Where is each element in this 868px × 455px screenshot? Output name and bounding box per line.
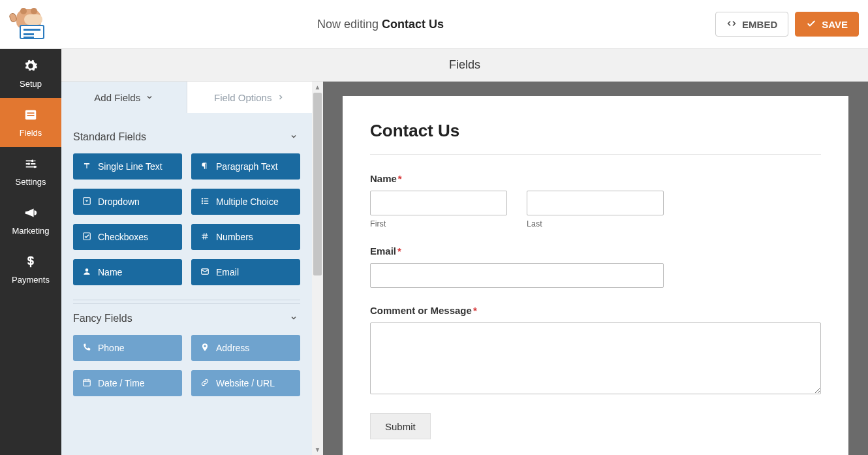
svg-rect-16 xyxy=(84,379,91,385)
editing-prefix: Now editing xyxy=(317,18,382,31)
nav-payments-label: Payments xyxy=(12,275,50,285)
tab-field-options[interactable]: Field Options xyxy=(187,82,313,113)
field-name[interactable]: Name xyxy=(73,259,182,285)
form-field-email[interactable]: Email* xyxy=(370,245,821,288)
field-email[interactable]: Email xyxy=(191,259,300,285)
first-name-input[interactable] xyxy=(370,191,507,215)
field-label: Website / URL xyxy=(216,378,275,388)
name-label: Name* xyxy=(370,173,821,184)
form-field-name[interactable]: Name* First Last xyxy=(370,173,821,228)
svg-rect-12 xyxy=(204,202,208,203)
svg-point-9 xyxy=(202,200,203,201)
email-input[interactable] xyxy=(370,263,664,288)
last-sublabel: Last xyxy=(527,219,664,228)
group-standard-heading[interactable]: Standard Fields xyxy=(73,126,300,153)
paragraph-icon xyxy=(200,161,209,172)
editing-form-name: Contact Us xyxy=(382,18,444,31)
form-card: Contact Us Name* First Last xyxy=(343,96,848,455)
svg-point-4 xyxy=(27,163,30,165)
nav-marketing[interactable]: Marketing xyxy=(0,196,61,245)
map-pin-icon xyxy=(200,343,209,354)
svg-rect-8 xyxy=(204,198,208,198)
submit-button[interactable]: Submit xyxy=(370,413,431,439)
field-single-line-text[interactable]: Single Line Text xyxy=(73,153,182,180)
form-icon xyxy=(23,108,38,124)
field-label: Single Line Text xyxy=(98,161,163,172)
field-dropdown[interactable]: Dropdown xyxy=(73,189,182,215)
tab-add-label: Add Fields xyxy=(94,92,140,103)
phone-icon xyxy=(82,343,91,354)
field-label: Email xyxy=(216,267,239,277)
save-button[interactable]: SAVE xyxy=(795,12,859,37)
field-website-url[interactable]: Website / URL xyxy=(191,370,300,396)
required-mark: * xyxy=(473,305,477,316)
svg-rect-1 xyxy=(27,112,35,114)
svg-point-3 xyxy=(31,159,34,162)
svg-rect-2 xyxy=(27,115,35,116)
required-mark: * xyxy=(397,245,401,257)
save-label: SAVE xyxy=(822,19,848,30)
group-fancy-grid: Phone Address Date / Time Website / URL xyxy=(73,335,300,411)
field-label: Address xyxy=(216,343,249,353)
nav-settings-label: Settings xyxy=(16,177,46,187)
link-icon xyxy=(200,378,209,389)
user-icon xyxy=(82,267,91,278)
svg-point-14 xyxy=(85,268,89,272)
code-icon xyxy=(726,18,737,31)
last-name-input[interactable] xyxy=(527,191,664,215)
group-fancy-heading[interactable]: Fancy Fields xyxy=(73,303,300,335)
envelope-icon xyxy=(200,267,209,278)
nav-marketing-label: Marketing xyxy=(12,226,49,236)
field-phone[interactable]: Phone xyxy=(73,335,182,361)
nav-fields[interactable]: Fields xyxy=(0,98,61,147)
fields-panel: Add Fields Field Options Standard Fields xyxy=(61,82,312,455)
scroll-up-arrow[interactable]: ▲ xyxy=(312,82,323,93)
message-textarea[interactable] xyxy=(370,322,821,394)
app-logo xyxy=(12,9,46,39)
message-label: Comment or Message* xyxy=(370,305,821,316)
field-label: Paragraph Text xyxy=(216,161,278,172)
editing-title: Now editing Contact Us xyxy=(46,18,715,31)
scroll-thumb[interactable] xyxy=(313,93,322,275)
field-checkboxes[interactable]: Checkboxes xyxy=(73,224,182,250)
label-text: Name xyxy=(370,173,397,184)
label-text: Email xyxy=(370,245,396,257)
field-label: Dropdown xyxy=(98,196,140,207)
svg-point-7 xyxy=(202,198,203,199)
tab-add-fields[interactable]: Add Fields xyxy=(61,82,187,113)
svg-rect-10 xyxy=(204,200,208,201)
nav-settings[interactable]: Settings xyxy=(0,147,61,196)
top-actions: EMBED SAVE xyxy=(715,12,859,37)
field-date-time[interactable]: Date / Time xyxy=(73,370,182,396)
form-preview: Contact Us Name* First Last xyxy=(323,82,868,455)
nav-payments[interactable]: Payments xyxy=(0,245,61,294)
left-nav: Setup Fields Settings Marketing Payments xyxy=(0,49,61,455)
field-label: Date / Time xyxy=(98,378,145,388)
field-label: Phone xyxy=(98,343,124,353)
nav-fields-label: Fields xyxy=(20,128,42,138)
svg-point-5 xyxy=(34,165,37,168)
top-bar: Now editing Contact Us EMBED SAVE xyxy=(0,0,868,49)
calendar-icon xyxy=(82,378,91,389)
field-paragraph-text[interactable]: Paragraph Text xyxy=(191,153,300,180)
field-numbers[interactable]: Numbers xyxy=(191,224,300,250)
field-label: Name xyxy=(98,267,122,277)
dollar-icon xyxy=(23,255,38,271)
scroll-down-arrow[interactable]: ▼ xyxy=(312,444,323,455)
form-field-message[interactable]: Comment or Message* xyxy=(370,305,821,396)
caret-square-icon xyxy=(82,196,91,208)
field-label: Numbers xyxy=(216,232,253,242)
panel-scrollbar[interactable]: ▲ ▼ xyxy=(312,82,323,455)
embed-label: EMBED xyxy=(742,19,777,30)
nav-setup[interactable]: Setup xyxy=(0,49,61,98)
check-square-icon xyxy=(82,232,91,243)
chevron-down-icon xyxy=(146,92,153,103)
gear-icon xyxy=(23,59,38,75)
field-multiple-choice[interactable]: Multiple Choice xyxy=(191,189,300,215)
field-address[interactable]: Address xyxy=(191,335,300,361)
check-icon xyxy=(806,18,816,31)
sliders-icon xyxy=(23,157,38,173)
text-icon xyxy=(82,161,91,172)
embed-button[interactable]: EMBED xyxy=(715,12,788,37)
chevron-down-icon xyxy=(290,313,298,324)
